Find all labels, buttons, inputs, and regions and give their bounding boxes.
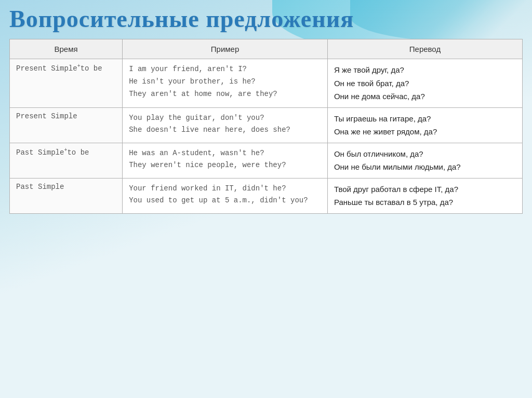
translation-line: Он был отличником, да? [334, 149, 423, 158]
col-header-example: Пример [123, 39, 328, 59]
example-cell-1: I am your friend, aren't I? He isn't you… [123, 59, 328, 108]
translation-line: Раньше ты вставал в 5 утра, да? [334, 198, 453, 207]
time-cell-past-simple-tobe: Past Simple+to be [10, 143, 123, 178]
translation-cell-3: Он был отличником, да? Они не были милым… [327, 143, 522, 178]
example-line: Your friend worked in IT, didn't he? [129, 184, 286, 193]
table-header-row: Время Пример Перевод [10, 39, 523, 59]
example-line: I am your friend, aren't I? [129, 65, 247, 73]
translation-line: Они не дома сейчас, да? [334, 92, 425, 101]
example-line: They aren't at home now, are they? [129, 90, 277, 98]
translation-cell-4: Твой друг работал в сфере IT, да? Раньше… [327, 178, 522, 213]
translation-line: Ты играешь на гитаре, да? [334, 114, 431, 123]
example-line: He was an A-student, wasn't he? [129, 149, 264, 157]
superscript-plus-2: + [64, 147, 67, 153]
example-line: She doesn't live near here, does she? [129, 126, 290, 134]
example-cell-4: Your friend worked in IT, didn't he? You… [123, 178, 328, 213]
time-cell-past-simple: Past Simple [10, 178, 123, 213]
superscript-plus-1: + [77, 63, 81, 69]
grammar-table: Время Пример Перевод Present Simple+to b… [9, 39, 523, 214]
example-line: He isn't your brother, is he? [129, 77, 256, 86]
time-cell-present-simple: Present Simple [10, 107, 123, 143]
translation-line: Я же твой друг, да? [334, 65, 404, 74]
time-cell-present-simple-tobe: Present Simple+to be [10, 59, 123, 108]
table-row: Past Simple Your friend worked in IT, di… [10, 178, 523, 213]
translation-line: Он не твой брат, да? [334, 79, 409, 88]
example-line: You play the guitar, don't you? [129, 114, 264, 122]
col-header-time: Время [10, 39, 123, 59]
col-header-translation: Перевод [327, 39, 522, 59]
translation-cell-2: Ты играешь на гитаре, да? Она же не живе… [327, 107, 522, 143]
page-content: Вопросительные предложения Время Пример … [0, 0, 532, 219]
example-line: They weren't nice people, were they? [129, 161, 286, 169]
page-title: Вопросительные предложения [9, 5, 523, 33]
table-row: Past Simple+to be He was an A-student, w… [10, 143, 523, 178]
example-cell-3: He was an A-student, wasn't he? They wer… [123, 143, 328, 178]
translation-cell-1: Я же твой друг, да? Он не твой брат, да?… [327, 59, 522, 108]
table-row: Present Simple You play the guitar, don'… [10, 107, 523, 143]
example-cell-2: You play the guitar, don't you? She does… [123, 107, 328, 143]
translation-line: Твой друг работал в сфере IT, да? [334, 185, 458, 194]
example-line: You used to get up at 5 a.m., didn't you… [129, 196, 308, 204]
table-row: Present Simple+to be I am your friend, a… [10, 59, 523, 108]
translation-line: Она же не живет рядом, да? [334, 127, 437, 136]
translation-line: Они не были милыми людьми, да? [334, 162, 461, 171]
